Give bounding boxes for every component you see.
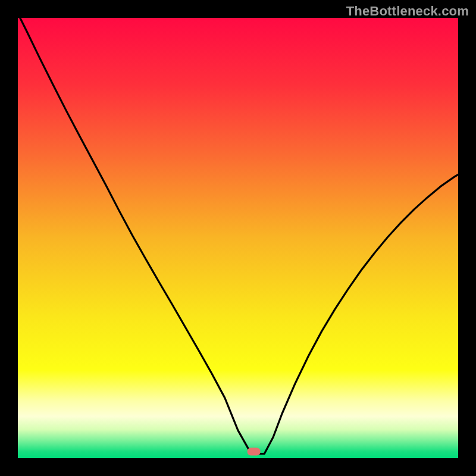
gradient-background [18,18,458,458]
minimum-marker [248,448,261,456]
bottleneck-chart [18,18,458,458]
chart-frame: TheBottleneck.com [0,0,476,476]
watermark-text: TheBottleneck.com [346,4,469,19]
